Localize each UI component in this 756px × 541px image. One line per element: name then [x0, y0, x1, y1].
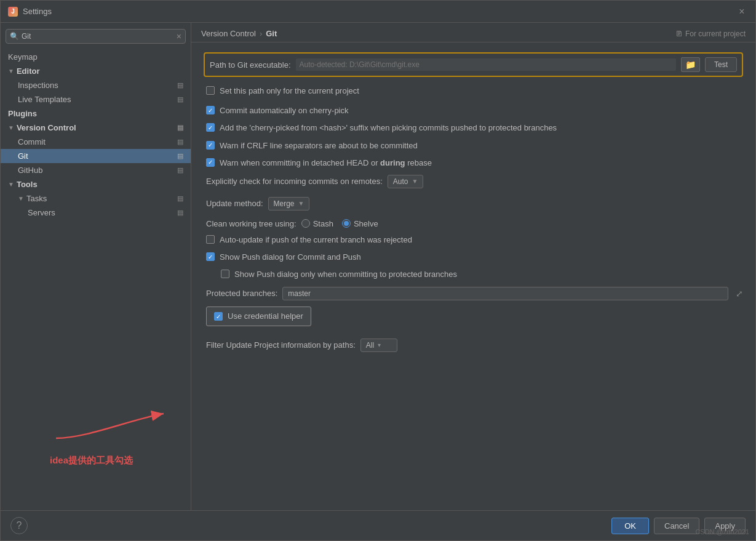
check-incoming-row: Explicitly check for incoming commits on…: [204, 175, 743, 188]
path-row: Path to Git executable: 📁 Test: [204, 52, 743, 77]
credential-helper-checkbox[interactable]: [214, 312, 223, 321]
help-button[interactable]: ?: [10, 517, 28, 534]
filter-value: All: [366, 341, 374, 350]
clean-tree-label: Clean working tree using:: [206, 219, 296, 228]
sidebar-item-github[interactable]: GitHub ▤: [1, 163, 191, 177]
detached-head-label: Warn when committing in detached HEAD or…: [220, 158, 432, 169]
app-icon: J: [8, 7, 18, 17]
dialog-title: Settings: [23, 7, 52, 16]
sidebar-item-label: Inspections: [18, 81, 58, 90]
cherry-pick-suffix-checkbox[interactable]: [206, 123, 215, 132]
protected-branches-input[interactable]: [282, 287, 728, 300]
update-method-dropdown[interactable]: Merge ▼: [268, 197, 310, 210]
show-push-row: Show Push dialog for Commit and Push: [204, 252, 743, 263]
path-input[interactable]: [296, 58, 676, 71]
auto-update-checkbox[interactable]: [206, 235, 215, 244]
settings-dialog: J Settings × 🔍 × Keymap ▼ Editor Inspect: [0, 0, 756, 541]
breadcrumb-bar: Version Control › Git 🖹 For current proj…: [191, 23, 755, 42]
set-path-label: Set this path only for the current proje…: [220, 86, 359, 97]
clean-tree-radio-group: Stash Shelve: [301, 219, 378, 228]
collapse-arrow-icon: ▼: [18, 195, 24, 202]
expand-icon[interactable]: ⤢: [736, 289, 743, 299]
stash-radio-button[interactable]: [301, 219, 310, 228]
sidebar-item-label: Plugins: [8, 109, 37, 118]
sidebar-item-label: GitHub: [18, 166, 42, 175]
page-icon: ▤: [177, 124, 183, 132]
credential-helper-label: Use credential helper: [228, 311, 303, 322]
page-icon: ▤: [177, 194, 183, 202]
sidebar-item-tools[interactable]: ▼ Tools: [1, 177, 191, 191]
titlebar: J Settings ×: [1, 1, 755, 23]
cherry-pick-suffix-row: Add the 'cherry-picked from <hash>' suff…: [204, 122, 743, 134]
sidebar-item-servers[interactable]: Servers ▤: [1, 206, 191, 220]
shelve-option[interactable]: Shelve: [342, 219, 378, 228]
path-label: Path to Git executable:: [210, 60, 291, 70]
settings-content: Path to Git executable: 📁 Test Set this …: [191, 42, 755, 510]
show-push-checkbox[interactable]: [206, 252, 215, 261]
crlf-label: Warn if CRLF line separators are about t…: [220, 140, 418, 151]
chevron-down-icon: ▼: [298, 200, 304, 207]
sidebar-item-label: Tools: [17, 180, 38, 189]
sidebar-item-plugins[interactable]: Plugins: [1, 106, 191, 121]
cherry-pick-checkbox[interactable]: [206, 106, 215, 114]
cancel-button[interactable]: Cancel: [654, 518, 699, 534]
sidebar-item-inspections[interactable]: Inspections ▤: [1, 78, 191, 92]
auto-update-label: Auto-update if push of the current branc…: [220, 234, 412, 246]
breadcrumb-current: Git: [266, 29, 277, 38]
protected-branches-row: Protected branches: ⤢: [204, 287, 743, 300]
show-push-protected-row: Show Push dialog only when committing to…: [204, 269, 743, 280]
crlf-checkbox[interactable]: [206, 141, 215, 150]
sidebar-item-label: Commit: [18, 137, 46, 146]
main-content: 🔍 × Keymap ▼ Editor Inspections ▤ Live T…: [1, 23, 755, 510]
project-link-label: For current project: [685, 30, 746, 38]
search-clear-button[interactable]: ×: [177, 31, 181, 41]
credential-section: Use credential helper: [204, 307, 743, 332]
project-icon: 🖹: [675, 30, 683, 38]
project-link[interactable]: 🖹 For current project: [675, 30, 746, 38]
show-push-protected-checkbox[interactable]: [221, 270, 229, 278]
breadcrumb-separator: ›: [260, 29, 262, 38]
sidebar-item-keymap[interactable]: Keymap: [1, 50, 191, 64]
cherry-pick-suffix-label: Add the 'cherry-picked from <hash>' suff…: [220, 122, 557, 134]
protected-branches-label: Protected branches:: [206, 289, 277, 298]
filter-dropdown[interactable]: All ▾: [360, 339, 397, 352]
cherry-pick-label: Commit automatically on cherry-pick: [220, 105, 349, 116]
search-icon: 🔍: [10, 32, 19, 41]
update-method-row: Update method: Merge ▼: [204, 197, 743, 210]
check-incoming-dropdown[interactable]: Auto ▼: [388, 175, 424, 188]
ok-button[interactable]: OK: [611, 518, 649, 534]
sidebar-item-live-templates[interactable]: Live Templates ▤: [1, 92, 191, 106]
filter-label: Filter Update Project information by pat…: [206, 340, 356, 350]
sidebar-item-git[interactable]: Git ▤: [1, 149, 191, 163]
show-push-label: Show Push dialog for Commit and Push: [220, 252, 361, 263]
cherry-pick-row: Commit automatically on cherry-pick: [204, 105, 743, 116]
credential-helper-box: Use credential helper: [206, 307, 311, 326]
sidebar-item-label: Git: [18, 151, 28, 161]
close-button[interactable]: ×: [736, 6, 748, 18]
shelve-radio-button[interactable]: [342, 219, 351, 228]
page-icon: ▤: [177, 166, 183, 174]
set-path-checkbox[interactable]: [206, 86, 215, 95]
shelve-label: Shelve: [354, 219, 378, 228]
sidebar-item-editor[interactable]: ▼ Editor: [1, 64, 191, 78]
search-input[interactable]: [22, 32, 177, 41]
collapse-arrow-icon: ▼: [8, 181, 14, 188]
page-icon: ▤: [177, 95, 183, 103]
filter-row: Filter Update Project information by pat…: [204, 339, 743, 352]
page-icon: ▤: [177, 152, 183, 160]
bottom-bar: ? OK Cancel Apply: [1, 510, 755, 540]
sidebar-item-commit[interactable]: Commit ▤: [1, 135, 191, 149]
collapse-arrow-icon: ▼: [8, 68, 14, 74]
stash-option[interactable]: Stash: [301, 219, 333, 228]
chevron-down-icon: ▾: [378, 342, 381, 348]
sidebar-item-version-control[interactable]: ▼ Version Control ▤: [1, 121, 191, 135]
breadcrumb-parent: Version Control: [201, 29, 256, 38]
detached-head-checkbox[interactable]: [206, 158, 215, 167]
sidebar-tree: Keymap ▼ Editor Inspections ▤ Live Templ…: [1, 47, 191, 510]
clean-tree-row: Clean working tree using: Stash Shelve: [204, 219, 743, 228]
sidebar-item-label: Version Control: [17, 123, 76, 132]
sidebar-item-tasks[interactable]: ▼ Tasks ▤: [1, 191, 191, 206]
folder-browse-button[interactable]: 📁: [681, 57, 700, 72]
page-icon: ▤: [177, 81, 183, 89]
test-button[interactable]: Test: [705, 57, 737, 72]
